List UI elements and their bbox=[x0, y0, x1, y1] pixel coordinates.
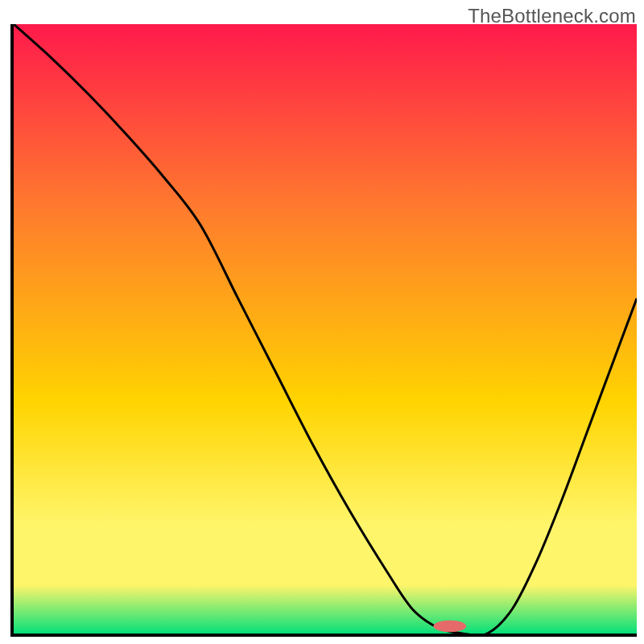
chart-svg bbox=[14, 24, 637, 634]
gradient-background bbox=[14, 24, 637, 634]
chart-frame: TheBottleneck.com bbox=[0, 0, 644, 644]
optimal-marker bbox=[434, 621, 466, 632]
plot-area bbox=[10, 24, 637, 637]
watermark-text: TheBottleneck.com bbox=[468, 5, 636, 27]
